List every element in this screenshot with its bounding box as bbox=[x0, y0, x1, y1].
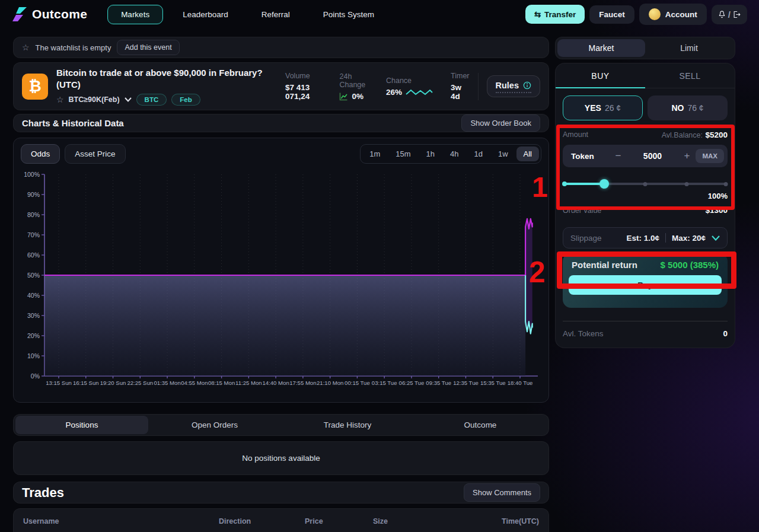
svg-text:18:40 Tue: 18:40 Tue bbox=[508, 380, 533, 386]
outcome-logo-icon bbox=[12, 7, 27, 22]
amount-row: Amount Avl.Balance: $5200 bbox=[563, 129, 728, 140]
amount-slider[interactable] bbox=[563, 179, 728, 189]
slider-dot-100[interactable] bbox=[724, 182, 728, 186]
svg-text:0%: 0% bbox=[31, 372, 40, 380]
slippage-est: Est: 1.0¢ bbox=[626, 234, 659, 243]
account-button[interactable]: Account bbox=[639, 4, 707, 25]
timeframe-button[interactable]: All bbox=[516, 146, 539, 161]
event-star-icon[interactable]: ☆ bbox=[56, 95, 64, 104]
bottom-tab[interactable]: Outcome bbox=[414, 416, 547, 434]
svg-text:10%: 10% bbox=[27, 352, 40, 359]
tab-asset-price[interactable]: Asset Price bbox=[65, 144, 125, 164]
yes-button[interactable]: YES 26 ¢ bbox=[563, 95, 643, 120]
watchlist-message: The watchlist is empty bbox=[36, 43, 111, 52]
col-direction: Direction bbox=[219, 517, 305, 525]
increment-button[interactable]: + bbox=[678, 150, 696, 162]
side-tabs: BUY SELL bbox=[556, 63, 735, 88]
svg-text:20%: 20% bbox=[27, 332, 40, 339]
timeframe-button[interactable]: 4h bbox=[443, 146, 465, 161]
transfer-button[interactable]: ⇆ Transfer bbox=[525, 5, 585, 24]
bottom-tab[interactable]: Trade History bbox=[281, 416, 414, 434]
potential-return-value: $ 5000 (385%) bbox=[661, 260, 719, 270]
svg-text:100%: 100% bbox=[24, 171, 40, 178]
balance-value: $5200 bbox=[705, 130, 728, 139]
decrement-button[interactable]: − bbox=[609, 150, 627, 162]
add-event-button[interactable]: Add this event bbox=[117, 40, 179, 55]
slider-dot-0[interactable] bbox=[562, 181, 567, 186]
tab-odds[interactable]: Odds bbox=[21, 144, 60, 164]
stat-24h-change: 24h Change 0% bbox=[339, 72, 368, 101]
tab-buy[interactable]: BUY bbox=[556, 63, 645, 88]
timeframe-button[interactable]: 1h bbox=[419, 146, 442, 161]
svg-text:09:35 Tue: 09:35 Tue bbox=[426, 380, 451, 386]
stat-timer: Timer 3w 4d bbox=[451, 72, 469, 101]
chevron-down-icon[interactable] bbox=[125, 97, 132, 102]
odds-chart-wrap: 13:15 Sun16:15 Sun19:20 Sun22:25 Sun01:3… bbox=[18, 167, 544, 395]
token-amount-value[interactable]: 5000 bbox=[627, 151, 678, 161]
timeframe-button[interactable]: 1m bbox=[362, 146, 387, 161]
tab-sell[interactable]: SELL bbox=[645, 63, 735, 88]
stat-volume: Volume $7 413 071,24 bbox=[285, 72, 321, 101]
tab-market[interactable]: Market bbox=[557, 39, 645, 57]
positions-tab-bar: PositionsOpen OrdersTrade HistoryOutcome bbox=[13, 414, 549, 436]
svg-text:30%: 30% bbox=[27, 312, 40, 319]
notifications-logout-button[interactable]: / bbox=[712, 5, 747, 24]
watchlist-star-icon[interactable]: ☆ bbox=[22, 43, 30, 52]
logout-icon bbox=[732, 10, 741, 19]
outcome-buttons: YES 26 ¢ NO 76 ¢ bbox=[556, 88, 735, 120]
tab-limit[interactable]: Limit bbox=[645, 39, 733, 57]
svg-text:60%: 60% bbox=[27, 251, 40, 259]
col-time: Time(UTC) bbox=[441, 517, 539, 525]
slider-thumb[interactable] bbox=[599, 179, 609, 189]
no-button[interactable]: NO 76 ¢ bbox=[648, 95, 728, 120]
faucet-button[interactable]: Faucet bbox=[589, 5, 634, 24]
buy-button[interactable]: Buy bbox=[569, 275, 722, 295]
nav-item[interactable]: Leaderboard bbox=[169, 5, 242, 24]
event-ticker: BTC≥90K(Feb) bbox=[69, 95, 120, 104]
nav-item[interactable]: Markets bbox=[107, 5, 163, 24]
svg-text:12:35 Tue: 12:35 Tue bbox=[453, 380, 479, 386]
show-comments-button[interactable]: Show Comments bbox=[464, 483, 540, 502]
timeframe-button[interactable]: 1w bbox=[491, 146, 515, 161]
trade-panel-column: Market Limit BUY SELL YES 26 ¢ NO 76 ¢ bbox=[555, 37, 735, 348]
timeframe-group: 1m15m1h4h1d1wAll bbox=[360, 144, 541, 164]
slippage-control[interactable]: Slippage Est: 1.0¢ Max: 20¢ bbox=[563, 227, 728, 249]
svg-text:16:15 Sun: 16:15 Sun bbox=[73, 380, 99, 386]
svg-text:17:55 Mon: 17:55 Mon bbox=[289, 380, 316, 386]
event-meta: ☆ BTC≥90K(Feb) BTC Feb bbox=[56, 94, 277, 106]
avl-tokens-value: 0 bbox=[723, 329, 728, 338]
top-nav: Outcome MarketsLeaderboardReferralPoints… bbox=[0, 0, 759, 28]
nav-item[interactable]: Referral bbox=[248, 5, 304, 24]
svg-text:06:25 Tue: 06:25 Tue bbox=[399, 380, 425, 386]
svg-text:22:25 Sun: 22:25 Sun bbox=[127, 380, 153, 386]
avl-tokens-label: Avl. Tokens bbox=[563, 329, 604, 338]
bottom-tab[interactable]: Positions bbox=[15, 416, 148, 434]
slider-dot-75[interactable] bbox=[684, 182, 688, 186]
tag-feb[interactable]: Feb bbox=[171, 94, 200, 106]
transfer-arrows-icon: ⇆ bbox=[534, 9, 541, 19]
max-button[interactable]: MAX bbox=[696, 149, 724, 163]
nav-items: MarketsLeaderboardReferralPoints System bbox=[107, 5, 388, 24]
divider bbox=[563, 321, 728, 321]
token-label: Token bbox=[571, 152, 594, 161]
chevron-down-icon[interactable] bbox=[712, 235, 720, 241]
svg-text:15:35 Tue: 15:35 Tue bbox=[480, 380, 506, 386]
slash-divider: / bbox=[728, 9, 731, 20]
tag-btc[interactable]: BTC bbox=[136, 94, 167, 106]
svg-text:11:25 Mon: 11:25 Mon bbox=[235, 380, 262, 386]
timeframe-button[interactable]: 1d bbox=[467, 146, 489, 161]
svg-text:03:15 Tue: 03:15 Tue bbox=[372, 380, 397, 386]
timeframe-button[interactable]: 15m bbox=[388, 146, 417, 161]
show-order-book-button[interactable]: Show Order Book bbox=[461, 114, 540, 132]
col-price: Price bbox=[305, 517, 373, 525]
avatar bbox=[649, 8, 661, 20]
order-value-row: Order value $1300 bbox=[563, 206, 728, 215]
brand-name: Outcome bbox=[32, 7, 87, 21]
odds-chart[interactable]: 13:15 Sun16:15 Sun19:20 Sun22:25 Sun01:3… bbox=[18, 167, 545, 393]
slider-dot-50[interactable] bbox=[643, 182, 648, 186]
nav-item[interactable]: Points System bbox=[310, 5, 388, 24]
bottom-tab[interactable]: Open Orders bbox=[148, 416, 281, 434]
rules-button[interactable]: Rules bbox=[487, 75, 541, 97]
trades-table-header: Username Direction Price Size Time(UTC) bbox=[13, 508, 549, 532]
brand[interactable]: Outcome bbox=[12, 7, 87, 22]
